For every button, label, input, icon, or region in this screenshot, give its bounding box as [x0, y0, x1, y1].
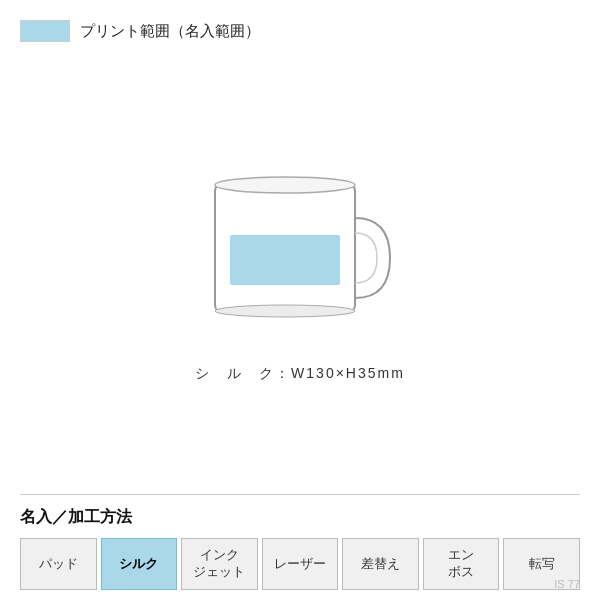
methods-title: 名入／加工方法	[20, 507, 580, 528]
legend-label: プリント範囲（名入範囲）	[80, 22, 260, 41]
method-btn-replace[interactable]: 差替え	[342, 538, 419, 590]
svg-point-2	[215, 177, 355, 193]
watermark: IS 77	[554, 578, 580, 590]
bottom-section: 名入／加工方法 パッドシルクインクジェットレーザー差替えエンボス転写	[20, 494, 580, 590]
method-btn-pad[interactable]: パッド	[20, 538, 97, 590]
legend-swatch	[20, 20, 70, 42]
method-btn-silk[interactable]: シルク	[101, 538, 178, 590]
mug-area: シ ル ク：W130×H35mm	[20, 62, 580, 494]
mug-wrapper: シ ル ク：W130×H35mm	[195, 163, 405, 383]
svg-point-3	[215, 305, 355, 317]
method-btn-emboss[interactable]: エンボス	[423, 538, 500, 590]
method-buttons: パッドシルクインクジェットレーザー差替えエンボス転写	[20, 538, 580, 590]
method-btn-inkjet[interactable]: インクジェット	[181, 538, 258, 590]
method-btn-laser[interactable]: レーザー	[262, 538, 339, 590]
page-container: プリント範囲（名入範囲） シ ル ク：W130×H35mm 名入／加工方法	[0, 0, 600, 600]
svg-rect-1	[230, 235, 340, 285]
mug-illustration	[195, 163, 405, 353]
mug-spec-label: シ ル ク：W130×H35mm	[195, 365, 405, 383]
legend-row: プリント範囲（名入範囲）	[20, 20, 580, 42]
